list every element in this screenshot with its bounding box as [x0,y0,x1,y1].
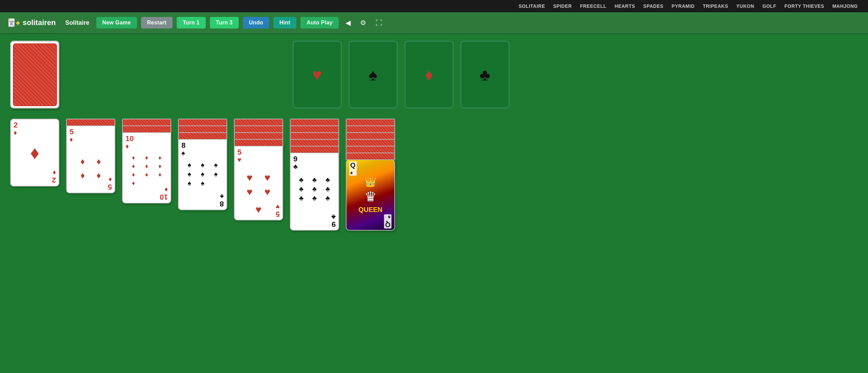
suit-center: ♦ [30,143,40,162]
pip: ♠ [197,179,209,187]
face-down-card [290,125,339,133]
foundation-spades[interactable]: ♠ [349,41,398,109]
suit-top: ♦ [14,129,56,136]
game-area: ♥ ♠ ♦ ♣ 2 ♦ ♦ ♦ 2 [0,34,868,373]
rank-top: 8 [181,142,224,149]
pip: ♦ [141,171,153,178]
tableau-column-4: 8 ♠ ♠ ♠ ♠ ♠ ♠ ♠ ♠ ♠ ♠ 8 [178,119,227,254]
pip-grid: ♠ ♠ ♠ ♠ ♠ ♠ ♠ ♠ [181,158,224,190]
fullscreen-button[interactable]: ⛶ [373,18,385,28]
rank-top: 5 [70,128,112,136]
face-down-card [234,139,283,146]
tableau-column-3: 10 ♦ ♦ ♦ ♦ ♦ ♦ ♦ ♦ ♦ ♦ ♦ ♦ 10 [122,119,171,254]
auto-play-button[interactable]: Auto Play [300,17,339,28]
card-2-diamonds[interactable]: 2 ♦ ♦ ♦ 2 [10,119,59,186]
pip: ♥ [242,186,257,198]
turn3-button[interactable]: Turn 3 [210,17,239,28]
face-down-card [178,132,227,140]
pip: ♦ [154,171,166,178]
sound-button[interactable]: ◀ [343,17,353,28]
settings-button[interactable]: ⚙ [357,17,369,28]
rank-top: 5 [237,149,280,156]
pip-center: ♥ [237,204,280,215]
logo-icon: 🃏♠ [7,18,20,27]
nav-forty-thieves[interactable]: FORTY THIEVES [784,3,824,9]
foundation-diamonds[interactable]: ♦ [405,41,454,109]
tableau-column-6: 9 ♣ ♣ ♣ ♣ ♣ ♣ ♣ ♣ ♣ ♣ ♣ 9 [290,119,339,254]
pip: ♣ [309,194,320,202]
tableau-column-5: 5 ♥ ♥ ♥ ♥ ♥ ♥ ♥ 5 [234,119,283,254]
tableau-column-1: 2 ♦ ♦ ♦ 2 [10,119,59,254]
pip: ♥ [260,172,275,183]
face-down-card [346,119,395,126]
rank-bot: 10 [160,193,168,201]
pip: ♦ [141,154,153,161]
pip: ♦ [76,170,89,181]
restart-button[interactable]: Restart [141,17,173,28]
nav-tripeaks[interactable]: TRIPEAKS [703,3,728,9]
pip: ♠ [210,170,222,178]
card-queen-spades[interactable]: Q♠ 👑 ♛ QUEEN Q♠ [346,159,395,231]
nav-freecell[interactable]: FREECELL [580,3,607,9]
nav-golf[interactable]: GOLF [763,3,776,9]
pip: ♦ [127,171,139,178]
card-8-spades[interactable]: 8 ♠ ♠ ♠ ♠ ♠ ♠ ♠ ♠ ♠ ♠ 8 [178,139,227,210]
rank-top: 9 [293,155,336,163]
pip-grid: ♦ ♦ ♦ ♦ ♦ ♦ ♦ ♦ ♦ ♦ [125,152,168,190]
card-10-diamonds[interactable]: 10 ♦ ♦ ♦ ♦ ♦ ♦ ♦ ♦ ♦ ♦ ♦ ♦ 10 [122,132,171,203]
nav-pyramid[interactable]: PYRAMID [672,3,695,9]
nav-spades[interactable]: SPADES [643,3,664,9]
face-down-card [234,125,283,133]
nav-solitaire[interactable]: SOLITAIRE [518,3,545,9]
pip: ♠ [210,161,222,169]
face-down-card [122,125,171,133]
queen-illustration: 👑 ♛ QUEEN [358,176,382,214]
pip: ♠ [183,161,195,169]
face-down-card [66,119,115,126]
suit-top: ♦ [70,136,112,143]
suit-bot: ♣ [331,214,336,220]
rank-bot: 5 [276,210,280,218]
pip: ♦ [93,156,105,167]
tableau-column-7: Q♠ 👑 ♛ QUEEN Q♠ [346,119,395,254]
queen-face-glyph: ♛ [358,189,382,204]
foundation-hearts[interactable]: ♥ [293,41,342,109]
pip: ♦ [127,163,139,170]
pip: ♣ [309,176,320,184]
pip: ♦ [141,163,153,170]
suit-top: ♠ [181,150,224,156]
face-down-card [290,132,339,140]
suit-top: ♥ [237,156,280,163]
nav-mahjong[interactable]: MAHJONG [832,3,858,9]
suit-bot: ♦ [164,186,168,193]
face-down-card [234,119,283,126]
pip: ♣ [322,194,334,202]
logo-text: solitairen [23,18,56,27]
nav-yukon[interactable]: YUKON [736,3,754,9]
pip: ♣ [322,185,334,193]
nav-spider[interactable]: SPIDER [553,3,572,9]
logo: 🃏♠ solitairen [7,18,56,27]
suit-top: ♣ [293,163,336,170]
foundation-clubs[interactable]: ♣ [460,41,510,109]
suit-bot: ♠ [220,193,224,200]
pip: ♠ [197,161,209,169]
rank-top: 10 [125,135,168,142]
card-5-hearts[interactable]: 5 ♥ ♥ ♥ ♥ ♥ ♥ ♥ 5 [234,146,283,220]
card-5-diamonds[interactable]: 5 ♦ ♦ ♦ ♦ ♦ ♦ 5 [66,125,115,193]
queen-rank-br: Q♠ [384,214,392,229]
pip: ♦ [127,180,139,187]
face-down-card [178,119,227,126]
hint-button[interactable]: Hint [273,17,296,28]
undo-button[interactable]: Undo [243,17,269,28]
pip: ♠ [197,170,209,178]
new-game-button[interactable]: New Game [96,17,137,28]
turn1-button[interactable]: Turn 1 [177,17,206,28]
rank-bot: 2 [52,176,56,184]
pip: ♠ [183,179,195,187]
pip-grid: ♥ ♥ ♥ ♥ [237,166,280,203]
card-9-clubs[interactable]: 9 ♣ ♣ ♣ ♣ ♣ ♣ ♣ ♣ ♣ ♣ ♣ 9 [290,153,339,231]
nav-hearts[interactable]: HEARTS [615,3,635,9]
face-down-card [290,119,339,126]
deck[interactable] [10,41,59,109]
